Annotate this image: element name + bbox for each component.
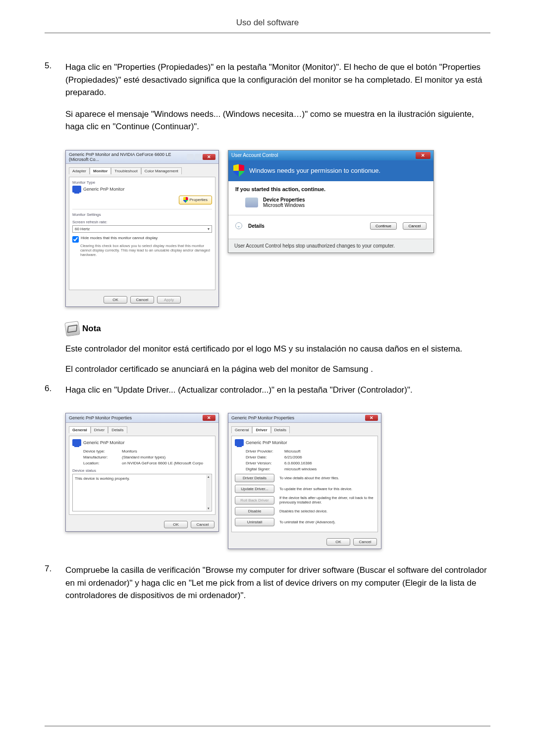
ok-button[interactable]: OK	[164, 521, 188, 528]
note-p1: Este controlador del monitor está certif…	[65, 343, 490, 355]
note-label: Nota	[82, 324, 101, 334]
uac-instruction: If you started this action, continue.	[235, 186, 427, 192]
driver-general-tabs: General Driver Details	[69, 426, 215, 433]
tab-general[interactable]: General	[231, 426, 252, 433]
chevron-down-icon: ▾	[208, 227, 210, 231]
shield-icon	[183, 197, 188, 203]
step-7: 7. Compruebe la casilla de verificación …	[45, 564, 490, 611]
apply-button[interactable]: Apply	[157, 296, 181, 303]
window-buttons-icon[interactable]: ✕	[187, 154, 215, 160]
drive-icon	[245, 198, 258, 207]
manufacturer-value: (Standard monitor types)	[122, 455, 165, 459]
uac-titlebar: User Account Control ✕	[228, 151, 433, 160]
tab-general[interactable]: General	[69, 426, 91, 433]
uac-banner: Windows needs your permission to contion…	[228, 160, 433, 181]
hide-modes-desc: Clearing this check box allows you to se…	[80, 244, 212, 257]
refresh-rate-combo[interactable]: 60 Hertz ▾	[72, 225, 212, 233]
location-label: Location:	[83, 461, 122, 465]
location-value: on NVIDIA GeForce 6600 LE (Microsoft Cor…	[122, 461, 203, 465]
step-5-dialogs: Generic PnP Monitor and NVIDIA GeForce 6…	[65, 150, 490, 307]
cancel-button[interactable]: Cancel	[403, 222, 427, 230]
uac-action-row: ⌄ Details Continue Cancel	[235, 218, 427, 234]
cancel-button[interactable]: Cancel	[353, 538, 377, 546]
disable-desc: Disables the selected device.	[279, 509, 374, 513]
monitor-icon	[235, 439, 244, 446]
monitor-type-label: Monitor Type	[72, 180, 212, 185]
disable-button[interactable]: Disable	[235, 507, 274, 515]
cancel-button[interactable]: Cancel	[191, 521, 214, 528]
tab-details[interactable]: Details	[108, 426, 127, 433]
update-driver-button[interactable]: Update Driver...	[235, 485, 274, 493]
driver-props-general-dialog: Generic PnP Monitor Properties ✕ General…	[65, 413, 219, 532]
page-header: Uso del software	[45, 18, 490, 33]
note-icon	[64, 321, 80, 337]
refresh-rate-value: 60 Hertz	[75, 227, 90, 231]
ok-button[interactable]: OK	[326, 538, 350, 546]
step-7-body: Compruebe la casilla de verificación "Br…	[65, 564, 490, 611]
step-5-number: 5.	[45, 61, 65, 142]
cancel-button[interactable]: Cancel	[130, 296, 154, 303]
step-7-number: 7.	[45, 564, 65, 611]
hide-modes-checkbox-input[interactable]	[72, 236, 79, 243]
close-icon[interactable]: ✕	[365, 415, 378, 421]
refresh-rate-label: Screen refresh rate:	[72, 220, 212, 224]
monitor-settings-label: Monitor Settings	[72, 212, 212, 217]
uac-item-title: Device Properties	[263, 197, 305, 202]
uac-footer-text: User Account Control helps stop unauthor…	[228, 239, 433, 252]
uac-banner-text: Windows needs your permission to contion…	[249, 167, 380, 174]
step-6-number: 6.	[45, 384, 65, 405]
step-6-dialogs: Generic PnP Monitor Properties ✕ General…	[65, 413, 490, 549]
step-5-p2: Si aparece el mensaje "Windows needs... …	[65, 108, 490, 133]
ok-button[interactable]: OK	[104, 296, 127, 303]
note-heading: Nota	[65, 322, 490, 336]
monitor-dialog-titlebar: Generic PnP Monitor and NVIDIA GeForce 6…	[66, 151, 218, 164]
driver-version-label: Driver Version:	[246, 461, 284, 465]
driver-details-button[interactable]: Driver Details	[235, 474, 274, 482]
driver-driver-buttons: OK Cancel	[228, 535, 381, 549]
close-icon[interactable]: ✕	[416, 152, 430, 159]
tab-color-management[interactable]: Color Management	[141, 167, 182, 174]
driver-general-title: Generic PnP Monitor Properties	[69, 415, 132, 420]
driver-date-label: Driver Date:	[246, 455, 284, 459]
continue-button[interactable]: Continue	[370, 222, 397, 230]
driver-props-driver-dialog: Generic PnP Monitor Properties ✕ General…	[228, 413, 381, 549]
device-status-text: This device is working properly.	[75, 476, 130, 481]
monitor-dialog-tabs: Adapter Monitor Troubleshoot Color Manag…	[69, 167, 215, 174]
device-status-box: This device is working properly. ▴▾	[72, 474, 212, 511]
rollback-driver-button[interactable]: Roll Back Driver	[235, 496, 274, 504]
shield-icon	[233, 164, 244, 177]
driver-date-value: 6/21/2006	[284, 455, 302, 459]
close-icon[interactable]: ✕	[203, 415, 215, 421]
driver-driver-title: Generic PnP Monitor Properties	[231, 415, 294, 420]
rollback-driver-desc: If the device fails after updating the d…	[279, 496, 374, 504]
chevron-down-icon[interactable]: ⌄	[235, 222, 242, 229]
tab-driver[interactable]: Driver	[252, 426, 270, 433]
step-5: 5. Haga clic en "Properties (Propiedades…	[45, 61, 490, 142]
note-p2: El controlador certificado se anunciará …	[65, 363, 490, 376]
monitor-properties-dialog: Generic PnP Monitor and NVIDIA GeForce 6…	[65, 150, 219, 307]
tab-driver[interactable]: Driver	[91, 426, 108, 433]
driver-general-buttons: OK Cancel	[66, 518, 218, 531]
tab-monitor[interactable]: Monitor	[90, 167, 111, 174]
devtype-label: Device type:	[83, 449, 122, 454]
details-expander[interactable]: Details	[248, 223, 364, 229]
step-6: 6. Haga clic en "Update Driver... (Actua…	[45, 384, 490, 405]
uac-program-item: Device Properties Microsoft Windows	[245, 197, 427, 208]
step-6-p1: Haga clic en "Update Driver... (Actualiz…	[65, 384, 490, 397]
uninstall-button[interactable]: Uninstall	[235, 518, 274, 526]
uninstall-desc: To uninstall the driver (Advanced).	[279, 520, 374, 524]
driver-general-content: Generic PnP Monitor Device type:Monitors…	[69, 436, 215, 515]
tab-troubleshoot[interactable]: Troubleshoot	[111, 167, 141, 174]
provider-value: Microsoft	[284, 449, 300, 454]
monitor-dialog-content: Monitor Type Generic PnP Monitor Propert…	[69, 177, 215, 290]
scrollbar[interactable]: ▴▾	[206, 475, 211, 510]
hide-modes-checkbox[interactable]: Hide modes that this monitor cannot disp…	[72, 236, 212, 243]
step-5-p1: Haga clic en "Properties (Propiedades)" …	[65, 61, 490, 99]
monitor-icon	[72, 439, 81, 446]
properties-button-label: Properties	[190, 198, 208, 202]
tab-details[interactable]: Details	[271, 426, 290, 433]
tab-adapter[interactable]: Adapter	[69, 167, 90, 174]
driver-driver-titlebar: Generic PnP Monitor Properties ✕	[228, 413, 381, 423]
properties-button[interactable]: Properties	[179, 196, 212, 204]
provider-label: Driver Provider:	[246, 449, 284, 454]
